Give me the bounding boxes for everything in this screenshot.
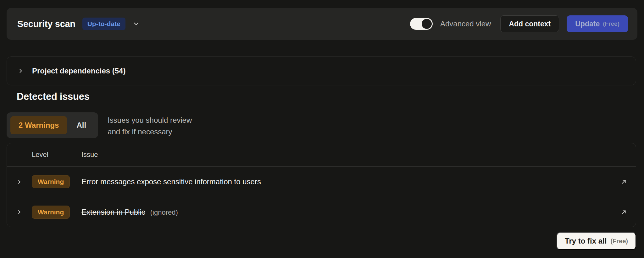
level-badge: Warning	[32, 175, 70, 188]
header-bar: Security scan Up-to-date Advanced view A…	[7, 8, 637, 40]
fix-all-label: Try to fix all	[565, 237, 607, 245]
chevron-down-icon[interactable]	[132, 20, 140, 28]
issues-filter-row: 2 Warnings All Issues you should review …	[7, 112, 192, 138]
table-row[interactable]: Warning Extension in Public (ignored)	[7, 197, 636, 227]
fix-all-sublabel: (Free)	[610, 238, 628, 245]
tab-warnings[interactable]: 2 Warnings	[10, 116, 67, 134]
issues-description-line2: and fix if necessary	[108, 126, 192, 137]
issue-cell: Extension in Public (ignored)	[81, 208, 612, 217]
issues-description-line1: Issues you should review	[108, 114, 192, 126]
issue-suffix: (ignored)	[150, 208, 178, 217]
arrow-up-right-icon[interactable]	[612, 209, 636, 216]
status-badge: Up-to-date	[82, 18, 125, 30]
chevron-right-icon[interactable]	[7, 209, 32, 215]
issue-text: Error messages expose sensitive informat…	[81, 177, 261, 186]
header-title-group: Security scan Up-to-date	[17, 18, 140, 30]
project-dependencies-label: Project dependencies (54)	[32, 67, 125, 75]
header-actions: Advanced view Add context Update (Free)	[410, 15, 628, 32]
issues-table-header: Level Issue	[7, 143, 636, 167]
issues-description: Issues you should review and fix if nece…	[108, 114, 192, 137]
detected-issues-heading: Detected issues	[17, 91, 90, 102]
chevron-right-icon[interactable]	[7, 179, 32, 185]
level-badge: Warning	[32, 206, 70, 219]
table-row[interactable]: Warning Error messages expose sensitive …	[7, 167, 636, 197]
issues-filter-tabs: 2 Warnings All	[7, 112, 98, 138]
update-button-sublabel: (Free)	[603, 20, 619, 27]
update-button-label: Update	[575, 20, 600, 28]
try-to-fix-all-button[interactable]: Try to fix all (Free)	[557, 232, 636, 250]
issue-cell: Error messages expose sensitive informat…	[81, 177, 612, 186]
column-header-level: Level	[32, 151, 81, 159]
project-dependencies-row[interactable]: Project dependencies (54)	[7, 56, 636, 85]
advanced-view-label: Advanced view	[440, 19, 491, 28]
toggle-knob	[422, 19, 432, 29]
issue-text: Extension in Public	[81, 208, 145, 217]
issues-table: Level Issue Warning Error messages expos…	[7, 143, 636, 227]
tab-all[interactable]: All	[68, 116, 94, 134]
page-title: Security scan	[17, 19, 75, 29]
add-context-button[interactable]: Add context	[500, 15, 559, 32]
advanced-view-toggle[interactable]	[410, 18, 433, 30]
chevron-right-icon[interactable]	[18, 68, 24, 74]
arrow-up-right-icon[interactable]	[612, 178, 636, 185]
column-header-issue: Issue	[81, 151, 612, 159]
update-button[interactable]: Update (Free)	[567, 15, 628, 32]
